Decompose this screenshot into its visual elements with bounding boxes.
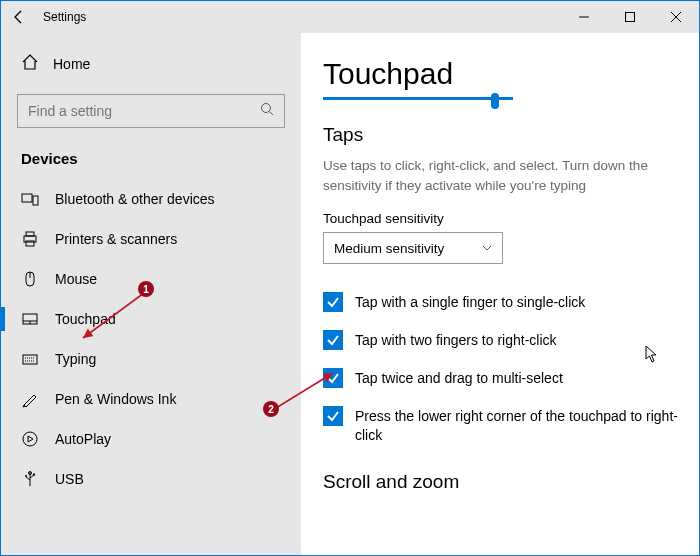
main-content: Touchpad Taps Use taps to click, right-c…: [301, 33, 699, 555]
checkbox-icon: [323, 368, 343, 388]
touchpad-icon: [21, 310, 39, 328]
svg-rect-1: [626, 13, 635, 22]
sidebar-item-label: Typing: [55, 351, 96, 367]
mouse-icon: [21, 270, 39, 288]
check-two-finger[interactable]: Tap with two fingers to right-click: [323, 330, 679, 350]
sidebar-item-label: AutoPlay: [55, 431, 111, 447]
sidebar-item-label: Pen & Windows Ink: [55, 391, 176, 407]
window-title: Settings: [43, 10, 86, 24]
check-label: Press the lower right corner of the touc…: [355, 406, 679, 445]
title-underline: [323, 97, 513, 100]
sidebar: Home Devices Bluetooth & other devices P…: [1, 33, 301, 555]
devices-icon: [21, 190, 39, 208]
svg-point-17: [23, 432, 37, 446]
sidebar-item-touchpad[interactable]: Touchpad: [1, 299, 301, 339]
page-title: Touchpad: [323, 57, 679, 91]
home-icon: [21, 53, 39, 74]
printer-icon: [21, 230, 39, 248]
check-corner-rightclick[interactable]: Press the lower right corner of the touc…: [323, 406, 679, 445]
svg-rect-7: [26, 232, 34, 236]
taps-heading: Taps: [323, 124, 679, 146]
sidebar-item-label: USB: [55, 471, 84, 487]
sidebar-home-label: Home: [53, 56, 90, 72]
sidebar-item-usb[interactable]: USB: [1, 459, 301, 499]
usb-icon: [21, 470, 39, 488]
search-input[interactable]: [28, 103, 260, 119]
sidebar-home[interactable]: Home: [1, 45, 301, 82]
sidebar-item-bluetooth[interactable]: Bluetooth & other devices: [1, 179, 301, 219]
sidebar-item-pen[interactable]: Pen & Windows Ink: [1, 379, 301, 419]
sidebar-item-label: Mouse: [55, 271, 97, 287]
sidebar-item-label: Bluetooth & other devices: [55, 191, 215, 207]
search-icon: [260, 102, 274, 120]
sidebar-item-label: Touchpad: [55, 311, 116, 327]
titlebar: Settings: [1, 1, 699, 33]
checkbox-icon: [323, 406, 343, 426]
sidebar-item-typing[interactable]: Typing: [1, 339, 301, 379]
close-button[interactable]: [653, 1, 699, 33]
back-button[interactable]: [11, 9, 27, 25]
autoplay-icon: [21, 430, 39, 448]
check-single-tap[interactable]: Tap with a single finger to single-click: [323, 292, 679, 312]
sidebar-item-mouse[interactable]: Mouse: [1, 259, 301, 299]
checkbox-icon: [323, 330, 343, 350]
svg-point-20: [25, 475, 27, 477]
svg-rect-4: [22, 194, 32, 202]
svg-rect-21: [33, 474, 35, 476]
svg-rect-5: [33, 196, 38, 205]
check-label: Tap with two fingers to right-click: [355, 330, 557, 350]
search-box[interactable]: [17, 94, 285, 128]
svg-line-3: [270, 112, 274, 116]
pen-icon: [21, 390, 39, 408]
sensitivity-select[interactable]: Medium sensitivity: [323, 232, 503, 264]
svg-rect-14: [23, 355, 37, 364]
scroll-heading: Scroll and zoom: [323, 471, 679, 493]
sensitivity-value: Medium sensitivity: [334, 241, 444, 256]
chevron-down-icon: [482, 241, 492, 256]
minimize-button[interactable]: [561, 1, 607, 33]
keyboard-icon: [21, 350, 39, 368]
sensitivity-label: Touchpad sensitivity: [323, 211, 679, 226]
slider-knob[interactable]: [491, 93, 499, 109]
taps-description: Use taps to click, right-click, and sele…: [323, 156, 679, 195]
check-label: Tap with a single finger to single-click: [355, 292, 585, 312]
sidebar-section-title: Devices: [1, 144, 301, 179]
check-tap-drag[interactable]: Tap twice and drag to multi-select: [323, 368, 679, 388]
sidebar-item-printers[interactable]: Printers & scanners: [1, 219, 301, 259]
check-label: Tap twice and drag to multi-select: [355, 368, 563, 388]
taps-checklist: Tap with a single finger to single-click…: [323, 292, 679, 445]
sidebar-item-autoplay[interactable]: AutoPlay: [1, 419, 301, 459]
maximize-button[interactable]: [607, 1, 653, 33]
sidebar-item-label: Printers & scanners: [55, 231, 177, 247]
checkbox-icon: [323, 292, 343, 312]
sidebar-nav: Bluetooth & other devices Printers & sca…: [1, 179, 301, 499]
svg-point-2: [262, 104, 271, 113]
